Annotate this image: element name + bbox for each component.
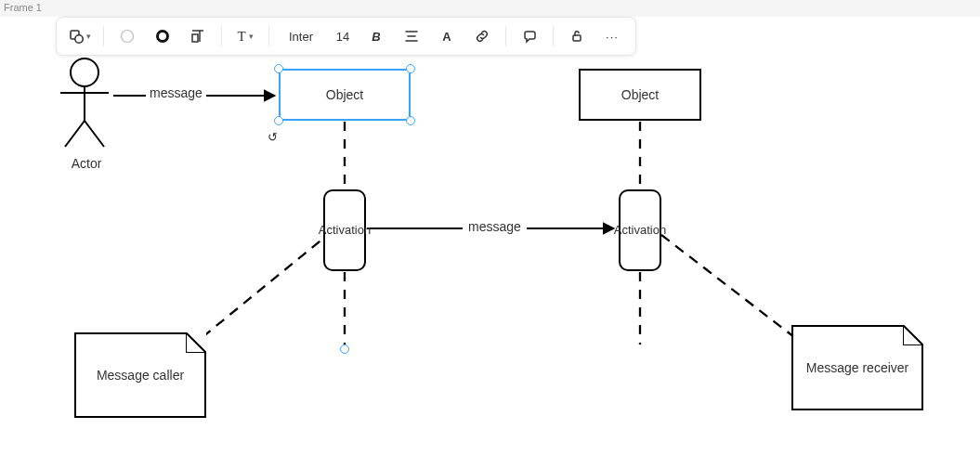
comment-button[interactable]: [512, 22, 547, 50]
selection-handle-nw[interactable]: [274, 64, 283, 73]
separator: [505, 26, 506, 46]
activation-2[interactable]: Activation: [619, 189, 661, 271]
align-icon: [404, 29, 419, 44]
shape-type-button[interactable]: ▾: [62, 22, 98, 50]
activation-2-label: Activation: [614, 224, 666, 238]
bold-button[interactable]: B: [359, 22, 394, 50]
note-right-label: Message receiver: [806, 360, 909, 375]
frame-label[interactable]: Frame 1: [4, 2, 42, 13]
stroke-button[interactable]: [145, 22, 180, 50]
link-icon: [475, 29, 490, 44]
frame: ▾ T ▾ Inter 14 B: [0, 17, 980, 468]
canvas[interactable]: Actor message Object ↺ Object Activation…: [0, 17, 980, 468]
object-1-label: Object: [326, 87, 363, 102]
align-button[interactable]: [394, 22, 429, 50]
svg-point-6: [71, 58, 98, 86]
font-size-button[interactable]: 14: [327, 22, 359, 50]
text-icon: T: [237, 29, 245, 45]
selection-handle-se[interactable]: [406, 116, 415, 125]
svg-rect-5: [573, 35, 581, 41]
lifeline-endpoint-handle[interactable]: [340, 344, 349, 354]
font-family-button[interactable]: Inter: [275, 22, 327, 50]
link-button[interactable]: [464, 22, 500, 50]
object-2-label: Object: [621, 87, 659, 102]
separator: [221, 26, 222, 46]
actor-label[interactable]: Actor: [66, 156, 107, 171]
separator: [268, 26, 269, 46]
unlock-icon: [569, 29, 584, 44]
selection-handle-sw[interactable]: [274, 116, 283, 125]
comment-icon: [522, 29, 538, 45]
shape-icon: [69, 29, 84, 44]
fill-none-button[interactable]: [110, 22, 145, 50]
note-left-label: Message caller: [97, 368, 184, 383]
object-1[interactable]: Object: [279, 69, 411, 121]
note-left[interactable]: Message caller: [74, 332, 206, 418]
object-layout-button[interactable]: [180, 22, 216, 50]
more-icon: ···: [606, 30, 619, 44]
svg-point-2: [122, 31, 134, 43]
rotate-handle[interactable]: ↺: [268, 130, 278, 144]
svg-rect-4: [192, 34, 198, 42]
text-color-button[interactable]: A: [429, 22, 464, 50]
svg-line-10: [85, 121, 104, 147]
more-button[interactable]: ···: [595, 22, 630, 50]
object-layout-icon: [189, 28, 206, 45]
lock-button[interactable]: [559, 22, 595, 50]
text-tool-button[interactable]: T ▾: [228, 22, 263, 50]
chevron-down-icon: ▾: [86, 32, 91, 41]
message-label-2[interactable]: message: [463, 219, 527, 234]
activation-1[interactable]: Activation: [323, 189, 366, 271]
svg-point-3: [158, 32, 168, 42]
note-right[interactable]: Message receiver: [791, 325, 923, 410]
circle-outline-icon: [119, 28, 136, 45]
circle-bold-icon: [154, 28, 171, 45]
note-fold-icon: [186, 332, 206, 353]
activation-1-label: Activation: [319, 224, 371, 238]
note-connector-left[interactable]: [203, 238, 324, 337]
svg-line-9: [65, 121, 85, 147]
separator: [553, 26, 554, 46]
svg-point-1: [75, 35, 83, 43]
object-2[interactable]: Object: [579, 69, 701, 121]
separator: [103, 26, 104, 46]
note-connector-right[interactable]: [661, 235, 794, 337]
note-fold-icon: [903, 325, 923, 345]
chevron-down-icon: ▾: [249, 32, 254, 41]
selection-handle-ne[interactable]: [406, 64, 415, 73]
selection-toolbar: ▾ T ▾ Inter 14 B: [56, 17, 636, 56]
actor-figure[interactable]: [60, 58, 109, 147]
message-label-1[interactable]: message: [146, 85, 206, 100]
